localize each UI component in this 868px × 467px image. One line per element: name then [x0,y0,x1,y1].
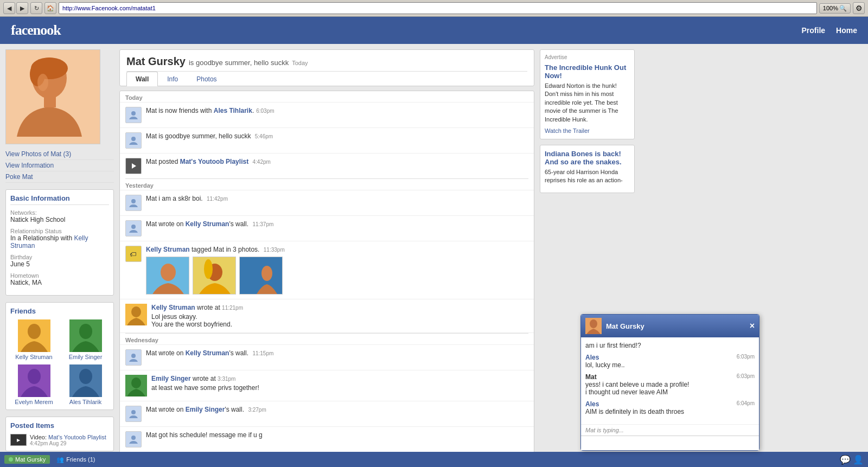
url-bar[interactable] [59,2,817,14]
status-icons: 💬 👤 [840,455,864,465]
view-photos-link[interactable]: View Photos of Mat (3) [5,149,114,160]
hometown-label: Hometown [10,272,109,279]
kelly-wall-link[interactable]: Kelly Struman [186,220,229,228]
wrote-at-label: wrote at [197,304,222,311]
profile-header: Mat Gursky is goodbye summer, hello suck… [119,49,534,86]
emily-post-link[interactable]: Emily Singer [151,375,191,382]
wall-post-content: Kelly Struman wrote at 11:21pm Lol jesus… [151,304,528,328]
tab-info[interactable]: Info [158,72,187,86]
ad-title: The Incredible Hunk Out Now! [545,63,630,80]
posted-text: Video: Mat's Youtoob Playlist 4:42pm Aug… [30,434,106,446]
chat-time: 6:03pm [737,373,755,379]
wall-post: Emily Singer wrote at 3:31pm at least we… [120,370,534,401]
tagged-photo-2[interactable] [193,257,236,295]
online-name: Mat Gursky [15,456,46,463]
tagged-photo-1[interactable] [146,257,189,295]
ad-title: Indiana Bones is back! And so are the sn… [545,150,630,166]
posted-items-box: Posted Items Video: Mat's Youtoob Playli… [5,417,114,451]
ad-link[interactable]: Watch the Trailer [545,127,590,134]
wall-icon [125,220,142,236]
list-item: 🏷 Kelly Struman tagged Mat in 3 photos. … [120,241,534,299]
feed-text: Mat got his schedule! message me if u g [146,431,528,439]
friend-name[interactable]: Emily Singer [62,354,109,360]
hometown-field: Hometown Natick, MA [10,272,109,286]
chat-avatar [585,318,602,334]
kelly-post-link[interactable]: Kelly Struman [151,304,195,311]
friends-box: Friends Kelly Struman [5,302,114,410]
hometown-value: Natick, MA [10,279,109,286]
list-item: Mat posted Mat's Youtoob Playlist 4:42pm [120,153,534,178]
tab-wall[interactable]: Wall [126,72,158,86]
friend-name[interactable]: Evelyn Merem [10,399,58,405]
feed-text: Mat is now friends with Ales Tihlarik.6:… [146,107,528,114]
close-icon[interactable]: × [750,321,755,331]
emily-wall-link[interactable]: Emily Singer [186,406,225,413]
svg-point-5 [37,74,48,91]
friends-count[interactable]: 👥 Friends (1) [52,455,99,464]
view-info-link[interactable]: View Information [5,160,114,171]
refresh-button[interactable]: ↻ [30,2,42,14]
svg-point-14 [131,111,136,116]
left-sidebar: View Photos of Mat (3) View Information … [5,49,114,467]
chat-input[interactable] [581,436,759,450]
wall-post-time: 11:21pm [222,305,243,311]
friend-name[interactable]: Ales Tihlarik [62,399,109,405]
svg-point-19 [131,225,136,229]
avatar [18,319,50,352]
zoom-icon: 🔍 [839,5,847,12]
friends-grid: Kelly Struman Emily Singer [10,319,109,405]
chat-typing: Mat is typing... [581,424,759,436]
birthday-label: Birthday [10,254,109,260]
wednesday-section: Wednesday Mat wrote on Kelly Struman's w… [120,334,534,452]
ad-label: Advertise [545,54,630,60]
friend-name[interactable]: Kelly Struman [10,354,58,360]
settings-button[interactable]: ⚙ [853,2,865,14]
wall-post-header: Kelly Struman wrote at 11:21pm [151,304,528,311]
svg-point-23 [161,264,176,281]
avatar [125,304,147,325]
playlist-link[interactable]: Mat's Youtoob Playlist [180,158,248,165]
kelly-wall2-link[interactable]: Kelly Struman [186,349,229,357]
posted-date: 4:42pm Aug 29 [30,440,106,446]
online-status: Mat Gursky [4,455,50,464]
ales-link[interactable]: Ales Tihlarik [214,107,252,114]
list-item: Evelyn Merem [10,364,58,405]
kelly-tag-link[interactable]: Kelly Struman [146,246,190,253]
wall-icon [125,349,142,366]
friends-label: Friends (1) [66,456,95,463]
list-item: Mat got his schedule! message me if u g [120,427,534,452]
list-item: Mat wrote on Emily Singer's wall. 3:27pm [120,401,534,427]
chat-sender: Ales [585,400,599,408]
home-button[interactable]: 🏠 [44,2,56,14]
home-link[interactable]: Home [836,26,857,35]
avatar [18,364,50,397]
feed-text: Kelly Struman tagged Mat in 3 photos. 11… [146,246,528,295]
profile-link[interactable]: Profile [802,26,826,35]
list-item: Ales Tihlarik [62,364,109,405]
nav-buttons[interactable]: ◀ ▶ [3,2,28,14]
friends-title: Friends [10,307,109,315]
online-dot [9,457,13,462]
tab-photos[interactable]: Photos [187,72,226,86]
status-icon [125,132,142,149]
fb-header: facenook Profile Home [0,17,868,44]
chat-status-icon[interactable]: 💬 [840,455,851,465]
svg-point-26 [204,259,213,279]
list-item: Video: Mat's Youtoob Playlist 4:42pm Aug… [10,434,109,446]
networks-label: Networks: [10,209,109,216]
posted-link[interactable]: Mat's Youtoob Playlist [48,434,106,440]
networks-field: Networks: Natick High School [10,209,109,223]
people-status-icon[interactable]: 👤 [853,455,864,465]
wall-post-content: Emily Singer wrote at 3:31pm at least we… [151,375,528,396]
list-item: Mat wrote on Kelly Struman's wall. 11:37… [120,216,534,241]
poke-link[interactable]: Poke Mat [5,171,114,183]
back-button[interactable]: ◀ [3,2,15,14]
tagged-photo-3[interactable] [239,257,283,295]
wall-post-text: at least we have some privs together! [151,384,528,392]
svg-point-11 [28,369,41,384]
today-section: Today Mat is now friends with Ales Tihla… [120,91,534,178]
feed-text: Mat wrote on Kelly Struman's wall. 11:15… [146,349,528,357]
forward-button[interactable]: ▶ [16,2,28,14]
status-icon [125,431,142,447]
svg-point-7 [28,324,41,339]
